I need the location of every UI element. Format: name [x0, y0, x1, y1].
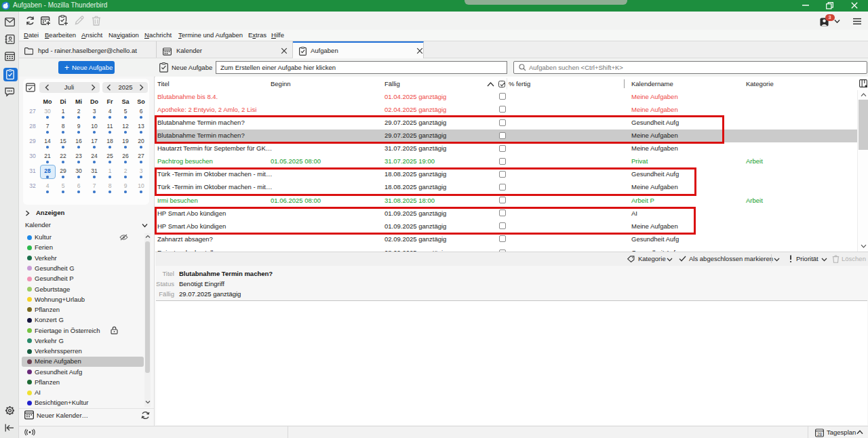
svg-text:28: 28: [817, 432, 823, 437]
